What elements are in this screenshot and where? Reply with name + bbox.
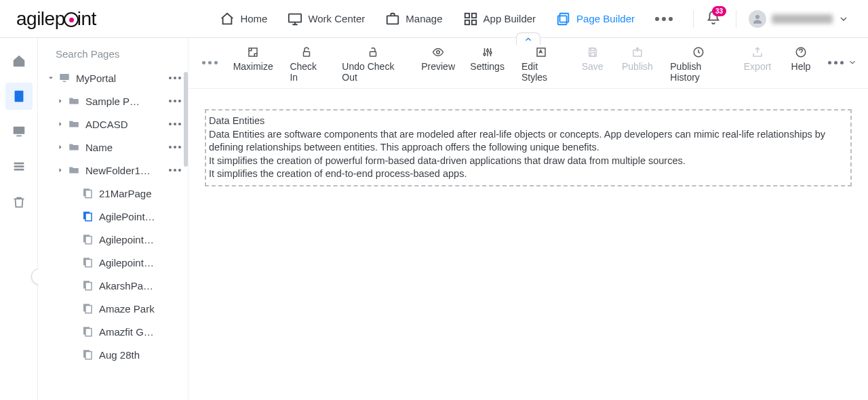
tree-item-more[interactable]	[166, 100, 184, 102]
tree-page[interactable]: Amaze Park	[38, 297, 186, 320]
collapse-toolbar-toggle[interactable]	[516, 33, 540, 45]
tree-page[interactable]: Agilepoint…	[38, 228, 186, 251]
pages-sidebar: MyPortal Sample P… ADCASD Name	[38, 38, 189, 400]
save-icon	[587, 46, 599, 58]
content-line: It simplifies the creation of end-to-end…	[209, 167, 846, 181]
user-menu[interactable]	[736, 10, 849, 28]
svg-rect-11	[16, 136, 21, 137]
preview-button[interactable]: Preview	[415, 45, 461, 73]
svg-point-37	[437, 51, 440, 54]
svg-rect-21	[85, 214, 92, 221]
tree-item-more[interactable]	[166, 123, 184, 125]
sliders-icon	[481, 46, 494, 58]
top-nav: Home Work Center Manage App Builder Page…	[220, 12, 673, 26]
eye-icon	[432, 46, 444, 58]
nav-app-builder[interactable]: App Builder	[463, 12, 536, 26]
page-icon	[81, 279, 94, 292]
tree-folder[interactable]: NewFolder1…	[38, 159, 186, 182]
tree-folder[interactable]: ADCASD	[38, 113, 186, 136]
svg-point-8	[755, 15, 760, 19]
tree-label: 21MarPage	[99, 188, 184, 199]
tree-page[interactable]: 21MarPage	[38, 182, 186, 205]
undo-lock-icon	[367, 46, 379, 58]
text-content-block[interactable]: Data Entities Data Entities are software…	[205, 109, 852, 186]
topbar-right: 33	[693, 10, 849, 28]
top-bar: agilepint Home Work Center Manage App Bu…	[0, 0, 868, 38]
tree-item-more[interactable]	[166, 169, 184, 172]
nav-work-center[interactable]: Work Center	[288, 12, 365, 26]
svg-point-38	[484, 54, 486, 56]
list-icon	[12, 159, 26, 174]
content-line: It simplifies the creation of powerful f…	[209, 155, 846, 168]
folder-icon	[68, 118, 80, 130]
scrollbar-thumb[interactable]	[184, 72, 188, 167]
tree-root-myportal[interactable]: MyPortal	[38, 66, 186, 89]
chevron-right-icon	[56, 120, 64, 128]
settings-button[interactable]: Settings	[464, 45, 511, 73]
svg-rect-5	[471, 20, 475, 24]
tree-folder[interactable]: Sample P…	[38, 89, 186, 113]
publish-icon	[631, 46, 644, 58]
tree-item-more[interactable]	[166, 146, 184, 148]
help-button[interactable]: Help	[781, 45, 821, 73]
rail-home[interactable]	[5, 47, 33, 75]
svg-rect-29	[85, 306, 92, 313]
tree-label: Sample P…	[85, 96, 166, 107]
tree-label: Aug 28th	[99, 349, 184, 361]
tree-page[interactable]: AkarshPa…	[38, 274, 186, 297]
undo-check-out-button[interactable]: Undo Check Out	[334, 45, 412, 84]
page-icon	[81, 256, 94, 268]
edit-styles-button[interactable]: Edit Styles	[513, 45, 570, 84]
maximize-button[interactable]: Maximize	[227, 45, 279, 73]
svg-rect-2	[465, 13, 469, 17]
rail-pages[interactable]	[5, 83, 33, 110]
svg-rect-1	[387, 16, 399, 24]
avatar	[749, 10, 766, 28]
chevron-down-icon	[47, 74, 55, 82]
nav-home[interactable]: Home	[220, 12, 267, 26]
nav-page-builder[interactable]: Page Builder	[556, 12, 635, 26]
tree-page[interactable]: Amazfit G…	[38, 320, 186, 343]
toolbar-trailing-more[interactable]	[824, 45, 861, 80]
svg-rect-25	[85, 260, 92, 267]
tree-page-selected[interactable]: AgilePoint…	[38, 205, 186, 228]
svg-rect-16	[60, 74, 69, 80]
svg-rect-9	[14, 91, 23, 102]
svg-rect-4	[465, 20, 469, 24]
tree-label: Amaze Park	[99, 303, 184, 315]
styles-icon	[535, 46, 547, 58]
svg-rect-33	[85, 352, 92, 359]
content-line: Data Entities are software components th…	[209, 128, 846, 155]
page-icon	[12, 89, 26, 104]
tree-folder[interactable]: Name	[38, 136, 186, 159]
toolbar-leading-more[interactable]	[195, 45, 224, 80]
chevron-up-icon	[524, 35, 533, 44]
rail-trash[interactable]	[5, 188, 33, 216]
nav-manage-label: Manage	[406, 13, 442, 24]
tree-page[interactable]: Aug 28th	[38, 343, 186, 366]
search-input[interactable]	[56, 48, 184, 60]
svg-point-40	[490, 52, 492, 54]
rail-list[interactable]	[5, 153, 33, 180]
check-in-button[interactable]: Check In	[281, 45, 331, 84]
page-icon	[81, 302, 94, 315]
notifications-button[interactable]: 33	[693, 10, 724, 28]
tree-item-more[interactable]	[166, 77, 184, 79]
nav-app-builder-label: App Builder	[484, 13, 536, 24]
folder-icon	[68, 95, 80, 107]
publish-button: Publish	[616, 45, 660, 73]
save-button: Save	[572, 45, 613, 73]
editor-canvas[interactable]: Data Entities Data Entities are software…	[189, 89, 868, 400]
publish-history-button[interactable]: Publish History	[662, 45, 734, 84]
svg-rect-31	[85, 329, 92, 336]
nav-work-center-label: Work Center	[308, 13, 365, 24]
nav-more-button[interactable]	[655, 17, 673, 21]
page-icon	[81, 187, 94, 199]
tree-label: MyPortal	[76, 73, 166, 84]
svg-rect-3	[471, 13, 475, 17]
tree-page[interactable]: Agilepoint…	[38, 251, 186, 274]
logo-dot-icon	[64, 12, 79, 27]
nav-manage[interactable]: Manage	[385, 12, 442, 26]
folder-icon	[68, 164, 80, 176]
rail-templates[interactable]	[5, 118, 33, 145]
